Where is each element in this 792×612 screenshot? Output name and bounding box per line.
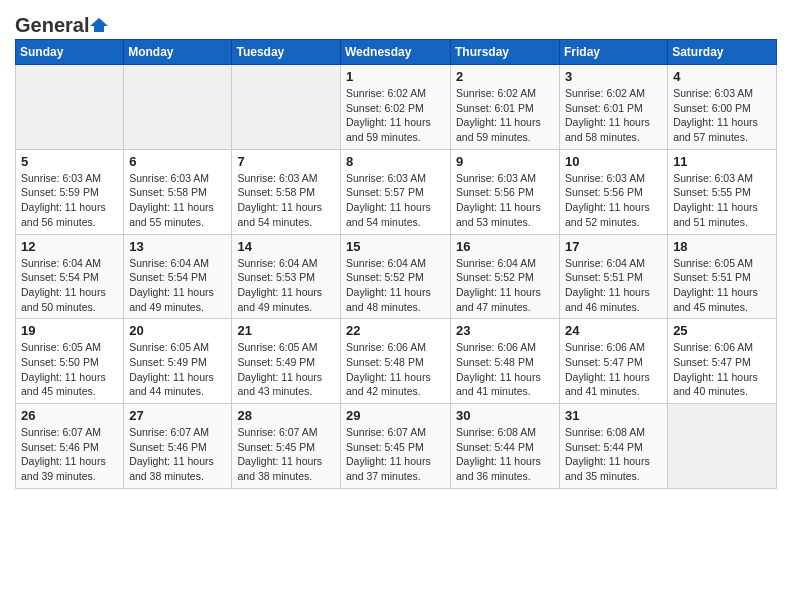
calendar-cell: 8Sunrise: 6:03 AMSunset: 5:57 PMDaylight… xyxy=(341,149,451,234)
calendar-cell: 25Sunrise: 6:06 AMSunset: 5:47 PMDayligh… xyxy=(668,319,777,404)
calendar-cell: 15Sunrise: 6:04 AMSunset: 5:52 PMDayligh… xyxy=(341,234,451,319)
calendar-cell: 13Sunrise: 6:04 AMSunset: 5:54 PMDayligh… xyxy=(124,234,232,319)
calendar-week-row: 1Sunrise: 6:02 AMSunset: 6:02 PMDaylight… xyxy=(16,65,777,150)
calendar-cell: 3Sunrise: 6:02 AMSunset: 6:01 PMDaylight… xyxy=(560,65,668,150)
day-number: 21 xyxy=(237,323,335,338)
day-number: 3 xyxy=(565,69,662,84)
calendar-weekday-friday: Friday xyxy=(560,40,668,65)
calendar-cell: 26Sunrise: 6:07 AMSunset: 5:46 PMDayligh… xyxy=(16,404,124,489)
day-info: Sunrise: 6:04 AMSunset: 5:52 PMDaylight:… xyxy=(456,256,554,315)
calendar-week-row: 26Sunrise: 6:07 AMSunset: 5:46 PMDayligh… xyxy=(16,404,777,489)
day-info: Sunrise: 6:03 AMSunset: 5:58 PMDaylight:… xyxy=(237,171,335,230)
calendar-cell: 2Sunrise: 6:02 AMSunset: 6:01 PMDaylight… xyxy=(451,65,560,150)
day-info: Sunrise: 6:07 AMSunset: 5:46 PMDaylight:… xyxy=(21,425,118,484)
day-info: Sunrise: 6:03 AMSunset: 5:56 PMDaylight:… xyxy=(565,171,662,230)
day-number: 4 xyxy=(673,69,771,84)
day-info: Sunrise: 6:05 AMSunset: 5:49 PMDaylight:… xyxy=(129,340,226,399)
day-number: 2 xyxy=(456,69,554,84)
calendar-cell: 18Sunrise: 6:05 AMSunset: 5:51 PMDayligh… xyxy=(668,234,777,319)
day-info: Sunrise: 6:08 AMSunset: 5:44 PMDaylight:… xyxy=(456,425,554,484)
day-number: 16 xyxy=(456,239,554,254)
calendar-cell: 31Sunrise: 6:08 AMSunset: 5:44 PMDayligh… xyxy=(560,404,668,489)
day-number: 31 xyxy=(565,408,662,423)
day-info: Sunrise: 6:06 AMSunset: 5:48 PMDaylight:… xyxy=(346,340,445,399)
calendar-weekday-saturday: Saturday xyxy=(668,40,777,65)
day-info: Sunrise: 6:04 AMSunset: 5:52 PMDaylight:… xyxy=(346,256,445,315)
day-number: 10 xyxy=(565,154,662,169)
calendar-cell: 20Sunrise: 6:05 AMSunset: 5:49 PMDayligh… xyxy=(124,319,232,404)
calendar-cell: 17Sunrise: 6:04 AMSunset: 5:51 PMDayligh… xyxy=(560,234,668,319)
day-number: 25 xyxy=(673,323,771,338)
calendar-weekday-thursday: Thursday xyxy=(451,40,560,65)
calendar-cell: 29Sunrise: 6:07 AMSunset: 5:45 PMDayligh… xyxy=(341,404,451,489)
day-info: Sunrise: 6:07 AMSunset: 5:45 PMDaylight:… xyxy=(346,425,445,484)
calendar-cell xyxy=(232,65,341,150)
day-info: Sunrise: 6:07 AMSunset: 5:46 PMDaylight:… xyxy=(129,425,226,484)
day-info: Sunrise: 6:02 AMSunset: 6:01 PMDaylight:… xyxy=(565,86,662,145)
day-info: Sunrise: 6:04 AMSunset: 5:54 PMDaylight:… xyxy=(129,256,226,315)
svg-marker-0 xyxy=(90,18,108,32)
day-number: 29 xyxy=(346,408,445,423)
day-number: 19 xyxy=(21,323,118,338)
day-info: Sunrise: 6:02 AMSunset: 6:02 PMDaylight:… xyxy=(346,86,445,145)
day-number: 27 xyxy=(129,408,226,423)
logo: General xyxy=(15,14,108,33)
day-info: Sunrise: 6:03 AMSunset: 5:57 PMDaylight:… xyxy=(346,171,445,230)
calendar-cell: 21Sunrise: 6:05 AMSunset: 5:49 PMDayligh… xyxy=(232,319,341,404)
calendar-cell: 28Sunrise: 6:07 AMSunset: 5:45 PMDayligh… xyxy=(232,404,341,489)
day-number: 13 xyxy=(129,239,226,254)
day-info: Sunrise: 6:03 AMSunset: 5:59 PMDaylight:… xyxy=(21,171,118,230)
calendar-cell: 5Sunrise: 6:03 AMSunset: 5:59 PMDaylight… xyxy=(16,149,124,234)
calendar-cell: 11Sunrise: 6:03 AMSunset: 5:55 PMDayligh… xyxy=(668,149,777,234)
day-number: 24 xyxy=(565,323,662,338)
calendar-weekday-tuesday: Tuesday xyxy=(232,40,341,65)
calendar-cell: 22Sunrise: 6:06 AMSunset: 5:48 PMDayligh… xyxy=(341,319,451,404)
day-number: 12 xyxy=(21,239,118,254)
day-number: 5 xyxy=(21,154,118,169)
calendar-cell: 1Sunrise: 6:02 AMSunset: 6:02 PMDaylight… xyxy=(341,65,451,150)
day-number: 7 xyxy=(237,154,335,169)
calendar-cell: 7Sunrise: 6:03 AMSunset: 5:58 PMDaylight… xyxy=(232,149,341,234)
day-info: Sunrise: 6:05 AMSunset: 5:49 PMDaylight:… xyxy=(237,340,335,399)
calendar-cell: 30Sunrise: 6:08 AMSunset: 5:44 PMDayligh… xyxy=(451,404,560,489)
logo-bird-icon xyxy=(90,16,108,34)
calendar-week-row: 5Sunrise: 6:03 AMSunset: 5:59 PMDaylight… xyxy=(16,149,777,234)
calendar-body: 1Sunrise: 6:02 AMSunset: 6:02 PMDaylight… xyxy=(16,65,777,489)
calendar-header-row: SundayMondayTuesdayWednesdayThursdayFrid… xyxy=(16,40,777,65)
day-info: Sunrise: 6:03 AMSunset: 6:00 PMDaylight:… xyxy=(673,86,771,145)
calendar-cell: 9Sunrise: 6:03 AMSunset: 5:56 PMDaylight… xyxy=(451,149,560,234)
calendar-cell xyxy=(16,65,124,150)
day-number: 17 xyxy=(565,239,662,254)
day-info: Sunrise: 6:03 AMSunset: 5:58 PMDaylight:… xyxy=(129,171,226,230)
day-info: Sunrise: 6:06 AMSunset: 5:48 PMDaylight:… xyxy=(456,340,554,399)
day-info: Sunrise: 6:06 AMSunset: 5:47 PMDaylight:… xyxy=(565,340,662,399)
day-info: Sunrise: 6:02 AMSunset: 6:01 PMDaylight:… xyxy=(456,86,554,145)
day-info: Sunrise: 6:04 AMSunset: 5:53 PMDaylight:… xyxy=(237,256,335,315)
day-number: 14 xyxy=(237,239,335,254)
calendar-week-row: 19Sunrise: 6:05 AMSunset: 5:50 PMDayligh… xyxy=(16,319,777,404)
calendar-cell: 14Sunrise: 6:04 AMSunset: 5:53 PMDayligh… xyxy=(232,234,341,319)
day-info: Sunrise: 6:03 AMSunset: 5:55 PMDaylight:… xyxy=(673,171,771,230)
day-number: 23 xyxy=(456,323,554,338)
day-number: 22 xyxy=(346,323,445,338)
calendar-table: SundayMondayTuesdayWednesdayThursdayFrid… xyxy=(15,39,777,489)
day-number: 20 xyxy=(129,323,226,338)
page-header: General xyxy=(15,10,777,33)
calendar-cell: 16Sunrise: 6:04 AMSunset: 5:52 PMDayligh… xyxy=(451,234,560,319)
day-number: 9 xyxy=(456,154,554,169)
calendar-week-row: 12Sunrise: 6:04 AMSunset: 5:54 PMDayligh… xyxy=(16,234,777,319)
calendar-cell: 6Sunrise: 6:03 AMSunset: 5:58 PMDaylight… xyxy=(124,149,232,234)
day-number: 28 xyxy=(237,408,335,423)
calendar-weekday-monday: Monday xyxy=(124,40,232,65)
day-info: Sunrise: 6:06 AMSunset: 5:47 PMDaylight:… xyxy=(673,340,771,399)
day-info: Sunrise: 6:07 AMSunset: 5:45 PMDaylight:… xyxy=(237,425,335,484)
day-info: Sunrise: 6:05 AMSunset: 5:50 PMDaylight:… xyxy=(21,340,118,399)
day-info: Sunrise: 6:03 AMSunset: 5:56 PMDaylight:… xyxy=(456,171,554,230)
calendar-cell xyxy=(124,65,232,150)
calendar-cell: 12Sunrise: 6:04 AMSunset: 5:54 PMDayligh… xyxy=(16,234,124,319)
day-number: 8 xyxy=(346,154,445,169)
day-number: 26 xyxy=(21,408,118,423)
calendar-cell: 10Sunrise: 6:03 AMSunset: 5:56 PMDayligh… xyxy=(560,149,668,234)
day-info: Sunrise: 6:08 AMSunset: 5:44 PMDaylight:… xyxy=(565,425,662,484)
calendar-weekday-sunday: Sunday xyxy=(16,40,124,65)
